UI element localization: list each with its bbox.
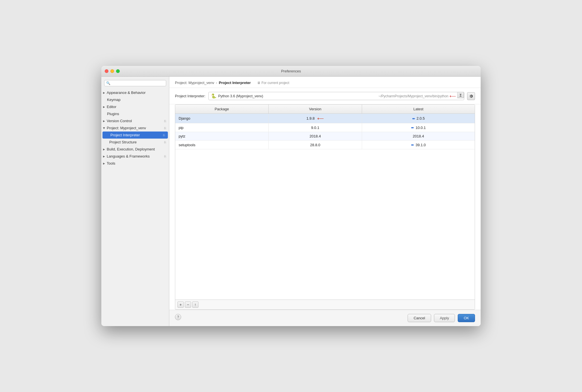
remove-package-button[interactable]: − (185, 301, 191, 308)
update-arrow-icon: ➨ (411, 143, 414, 147)
main-content: Project: Myproject_venv › Project Interp… (169, 77, 481, 326)
titlebar: Preferences (101, 66, 481, 77)
cell-version-pytz: 2018.4 (269, 132, 362, 140)
chevron-icon: ▶ (103, 155, 105, 158)
sidebar-item-project-structure[interactable]: Project Structure ⎘ (101, 139, 169, 146)
cell-package-setuptools: setuptools (175, 141, 269, 149)
cell-package-pytz: pytz (175, 132, 269, 140)
table-row[interactable]: pip 9.0.1 ➨ 10.0.1 (175, 123, 475, 132)
sidebar-item-label: Project Structure (109, 140, 137, 144)
cell-version-setuptools: 28.8.0 (269, 141, 362, 149)
sidebar-item-label: Keymap (107, 98, 121, 102)
interpreter-path: ~/PycharmProjects/Myproject_venv/bin/pyt… (378, 94, 448, 98)
maximize-button[interactable] (116, 69, 120, 73)
interpreter-label: Project Interpreter: (175, 94, 206, 98)
table-row[interactable]: setuptools 28.8.0 ➨ 39.1.0 (175, 141, 475, 149)
sidebar-item-editor[interactable]: ▶ Editor (101, 103, 169, 110)
cell-latest-setuptools: ➨ 39.1.0 (362, 141, 475, 149)
chevron-icon: ▶ (103, 162, 105, 165)
chevron-icon: ▶ (103, 120, 105, 122)
search-input[interactable] (112, 81, 164, 85)
table-body: Django 1.9.8 ⟵ ➨ 2.0.5 (175, 114, 475, 300)
gear-button[interactable] (467, 92, 475, 100)
package-table: Package Version Latest Django 1.9.8 ⟵ (175, 104, 475, 310)
chevron-icon: ▶ (103, 148, 105, 151)
chevron-down-icon: ▶ (103, 127, 106, 129)
breadcrumb: Project: Myproject_venv › Project Interp… (169, 77, 481, 88)
sidebar-item-tools[interactable]: ▶ Tools (101, 160, 169, 167)
chevron-icon: ▶ (103, 105, 105, 108)
table-row[interactable]: pytz 2018.4 2018.4 (175, 132, 475, 141)
window-body: 🔍 ▶ Appearance & Behavior Keymap ▶ Edito… (101, 77, 481, 326)
interpreter-dropdown[interactable]: 🐍 Python 3.6 (Myproject_venv) ~/PycharmP… (208, 92, 464, 100)
copy-icon: ⎘ (164, 126, 166, 130)
sidebar-item-build-execution[interactable]: ▶ Build, Execution, Deployment (101, 146, 169, 153)
cell-latest-pip: ➨ 10.0.1 (362, 123, 475, 132)
sidebar-item-project-interpreter[interactable]: Project Interpreter ⎘ (102, 132, 168, 139)
help-button[interactable]: ? (175, 314, 181, 320)
traffic-lights (105, 69, 120, 73)
chevron-icon: ▶ (103, 91, 105, 94)
ok-button[interactable]: OK (458, 314, 475, 322)
sidebar-item-label: Tools (107, 161, 115, 165)
sidebar-item-version-control[interactable]: ▶ Version Control ⎘ (101, 117, 169, 124)
sidebar-item-project-myproject[interactable]: ▶ Project: Myproject_venv ⎘ (101, 124, 169, 132)
interpreter-name: Python 3.6 (Myproject_venv) (218, 94, 377, 98)
sidebar-item-keymap[interactable]: Keymap (101, 96, 169, 103)
apply-button[interactable]: Apply (434, 314, 455, 322)
add-package-button[interactable]: + (177, 301, 184, 308)
breadcrumb-separator: › (216, 81, 217, 85)
table-header: Package Version Latest (175, 105, 475, 114)
cell-version-django: 1.9.8 ⟵ (269, 114, 362, 123)
svg-marker-1 (459, 95, 462, 96)
upgrade-package-button[interactable]: ↑ (192, 301, 198, 308)
svg-marker-0 (459, 94, 462, 95)
table-row[interactable]: Django 1.9.8 ⟵ ➨ 2.0.5 (175, 114, 475, 123)
sidebar-item-label: Plugins (107, 112, 119, 116)
cell-latest-django: ➨ 2.0.5 (362, 114, 475, 123)
cell-version-pip: 9.0.1 (269, 123, 362, 132)
sidebar-item-label: Languages & Frameworks (107, 154, 150, 158)
interpreter-row: Project Interpreter: 🐍 Python 3.6 (Mypro… (169, 88, 481, 104)
update-arrow-icon: ➨ (412, 116, 416, 121)
bottom-bar: ? Cancel Apply OK (169, 310, 481, 326)
breadcrumb-project: Project: Myproject_venv (175, 81, 214, 85)
cancel-button[interactable]: Cancel (408, 314, 431, 322)
monitor-icon: 🖥 (257, 81, 260, 85)
breadcrumb-current: Project Interpreter (219, 81, 251, 85)
sidebar-item-label: Build, Execution, Deployment (107, 147, 155, 151)
sidebar-item-appearance[interactable]: ▶ Appearance & Behavior (101, 89, 169, 96)
sidebar-item-label: Appearance & Behavior (107, 91, 146, 95)
copy-icon: ⎘ (164, 119, 166, 123)
copy-icon: ⎘ (164, 141, 166, 144)
cell-package-django: Django (175, 114, 269, 123)
sidebar-item-label: Project: Myproject_venv (107, 126, 146, 130)
cell-package-pip: pip (175, 123, 269, 132)
close-button[interactable] (105, 69, 108, 73)
sidebar-item-label: Version Control (107, 119, 132, 123)
interpreter-dropdown-button[interactable] (457, 92, 464, 98)
sidebar-item-label: Project Interpreter (110, 133, 140, 137)
column-latest: Latest (362, 105, 475, 113)
preferences-window: Preferences 🔍 ▶ Appearance & Behavior Ke… (101, 66, 481, 326)
column-version: Version (269, 105, 362, 113)
sidebar-item-label: Editor (107, 105, 116, 109)
window-title: Preferences (281, 69, 301, 73)
table-toolbar: + − ↑ (175, 300, 475, 309)
sidebar: 🔍 ▶ Appearance & Behavior Keymap ▶ Edito… (101, 77, 169, 326)
search-icon: 🔍 (106, 81, 110, 85)
copy-icon: ⎘ (163, 133, 165, 137)
sidebar-item-plugins[interactable]: Plugins (101, 110, 169, 117)
red-arrow-icon: ⟵ (317, 116, 324, 121)
copy-icon: ⎘ (164, 155, 166, 158)
cell-latest-pytz: 2018.4 (362, 132, 475, 140)
search-box[interactable]: 🔍 (104, 80, 166, 86)
update-arrow-icon: ➨ (411, 125, 414, 130)
red-arrow-icon: ⟵ (450, 93, 456, 99)
for-current-project: 🖥 For current project (257, 81, 289, 85)
python-icon: 🐍 (211, 93, 217, 99)
column-package: Package (175, 105, 269, 113)
minimize-button[interactable] (110, 69, 114, 73)
sidebar-item-languages[interactable]: ▶ Languages & Frameworks ⎘ (101, 153, 169, 160)
